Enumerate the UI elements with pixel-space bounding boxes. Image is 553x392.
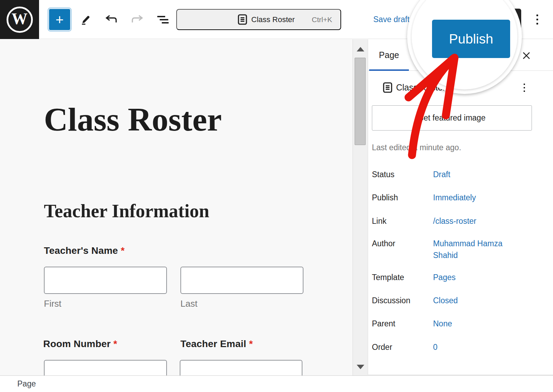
author-value[interactable]: Muhammad Hamza Shahid <box>433 238 507 261</box>
row-label: Link <box>372 215 433 227</box>
page-title[interactable]: Class Roster <box>44 102 222 137</box>
wordpress-logo-ring: W <box>7 7 33 33</box>
set-featured-image-button[interactable]: Set featured image <box>372 105 532 131</box>
field-label-text: Teacher's Name <box>44 245 118 256</box>
list-view-icon <box>156 14 170 25</box>
discussion-value[interactable]: Closed <box>433 295 458 306</box>
setting-row-order: Order 0 <box>372 341 550 353</box>
sublabel-first: First <box>44 298 62 309</box>
undo-button[interactable] <box>101 9 122 30</box>
document-page-icon <box>238 14 247 25</box>
link-value[interactable]: /class-roster <box>433 215 476 227</box>
scrollbar-thumb[interactable] <box>355 58 366 145</box>
command-shortcut: Ctrl+K <box>312 16 332 24</box>
wordpress-w: W <box>12 10 28 28</box>
section-heading[interactable]: Teacher Information <box>44 200 209 222</box>
active-tab-underline <box>369 69 409 71</box>
field-label-text: Room Number <box>43 338 111 349</box>
input-teacher-last-name[interactable] <box>180 267 303 294</box>
field-label-text: Teacher Email <box>180 338 246 349</box>
setting-row-discussion: Discussion Closed <box>372 295 550 306</box>
undo-icon <box>105 14 118 26</box>
field-label-teachers-name: Teacher's Name * <box>44 245 124 256</box>
editor-footer: Page <box>0 375 553 392</box>
field-label-teacher-email: Teacher Email * <box>180 338 253 350</box>
scroll-down-icon[interactable] <box>357 365 364 369</box>
publish-button[interactable]: Publish <box>432 20 510 58</box>
field-label-room-number: Room Number * <box>43 338 117 350</box>
sublabel-last: Last <box>180 298 197 309</box>
row-label: Status <box>372 169 433 180</box>
status-value[interactable]: Draft <box>433 169 450 180</box>
kebab-dot <box>536 15 538 16</box>
redo-icon <box>131 14 144 26</box>
redo-button[interactable] <box>126 9 148 30</box>
setting-row-template: Template Pages <box>372 271 550 283</box>
edit-tools-button[interactable] <box>75 9 96 30</box>
document-page-icon <box>383 82 392 93</box>
input-teacher-first-name[interactable] <box>44 267 167 294</box>
options-menu-button[interactable] <box>536 15 538 25</box>
close-icon <box>522 51 531 60</box>
kebab-dot <box>524 87 525 88</box>
scroll-up-icon[interactable] <box>357 47 364 51</box>
setting-row-author: Author Muhammad Hamza Shahid <box>372 238 550 261</box>
row-label: Author <box>372 238 433 261</box>
row-label: Publish <box>372 192 433 203</box>
template-value[interactable]: Pages <box>433 271 456 283</box>
parent-value[interactable]: None <box>433 318 452 329</box>
setting-row-link: Link /class-roster <box>372 215 550 227</box>
required-asterisk: * <box>249 338 253 349</box>
kebab-dot <box>524 90 525 92</box>
block-inserter-button[interactable]: + <box>49 9 70 30</box>
editor-canvas: Class Roster Teacher Information Teacher… <box>0 39 353 375</box>
row-label: Discussion <box>372 295 433 306</box>
setting-row-parent: Parent None <box>372 318 550 329</box>
row-label: Order <box>372 341 433 353</box>
breadcrumb-page[interactable]: Page <box>17 379 36 389</box>
kebab-dot <box>536 23 538 25</box>
last-edited-text: Last edited a minute ago. <box>372 143 461 152</box>
pencil-icon <box>79 13 92 26</box>
required-asterisk: * <box>121 245 124 256</box>
command-center-document-bar[interactable]: Class Roster Ctrl+K <box>176 9 341 30</box>
order-value[interactable]: 0 <box>433 341 438 353</box>
wordpress-logo[interactable]: W <box>0 0 39 39</box>
publish-time-value[interactable]: Immediately <box>433 192 476 203</box>
save-draft-button[interactable]: Save draft <box>373 0 410 39</box>
document-overview-button[interactable] <box>152 9 174 30</box>
canvas-scrollbar[interactable] <box>353 39 368 375</box>
row-label: Parent <box>372 318 433 329</box>
document-bar-title: Class Roster <box>251 15 295 24</box>
required-asterisk: * <box>113 338 117 349</box>
tab-page[interactable]: Page <box>369 39 409 71</box>
kebab-dot <box>536 19 538 20</box>
setting-row-publish: Publish Immediately <box>372 192 550 203</box>
kebab-dot <box>524 84 525 85</box>
setting-row-status: Status Draft <box>372 169 550 180</box>
row-label: Template <box>372 271 433 283</box>
close-sidebar-button[interactable] <box>522 50 532 61</box>
page-options-menu-button[interactable] <box>524 84 525 92</box>
